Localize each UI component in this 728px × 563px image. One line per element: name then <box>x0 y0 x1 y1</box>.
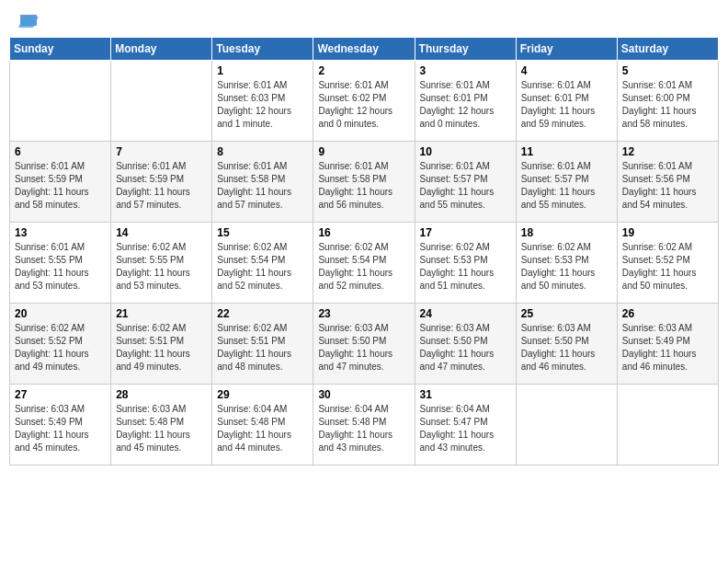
cell-info: Sunrise: 6:03 AMSunset: 5:48 PMDaylight:… <box>116 403 207 454</box>
cell-info: Sunrise: 6:01 AMSunset: 5:58 PMDaylight:… <box>217 160 308 212</box>
cell-date: 20 <box>15 307 106 320</box>
cell-date: 4 <box>521 64 612 77</box>
cell-info: Sunrise: 6:02 AMSunset: 5:52 PMDaylight:… <box>622 241 713 293</box>
cell-date: 18 <box>521 226 612 239</box>
calendar-cell: 27Sunrise: 6:03 AMSunset: 5:49 PMDayligh… <box>10 385 111 465</box>
cell-info: Sunrise: 6:03 AMSunset: 5:50 PMDaylight:… <box>318 322 409 373</box>
cell-info: Sunrise: 6:02 AMSunset: 5:53 PMDaylight:… <box>521 241 612 293</box>
cell-info: Sunrise: 6:01 AMSunset: 5:57 PMDaylight:… <box>521 160 612 212</box>
cell-date: 14 <box>116 226 207 239</box>
cell-date: 12 <box>622 145 713 158</box>
calendar-cell: 11Sunrise: 6:01 AMSunset: 5:57 PMDayligh… <box>516 142 617 223</box>
cell-info: Sunrise: 6:03 AMSunset: 5:50 PMDaylight:… <box>521 322 612 373</box>
calendar-cell: 5Sunrise: 6:01 AMSunset: 6:00 PMDaylight… <box>617 61 718 142</box>
calendar-cell: 3Sunrise: 6:01 AMSunset: 6:01 PMDaylight… <box>415 61 516 142</box>
cell-info: Sunrise: 6:01 AMSunset: 5:57 PMDaylight:… <box>420 160 511 212</box>
day-header-sunday: Sunday <box>10 38 111 61</box>
cell-date: 29 <box>217 388 308 401</box>
calendar-cell: 10Sunrise: 6:01 AMSunset: 5:57 PMDayligh… <box>415 142 516 223</box>
cell-info: Sunrise: 6:01 AMSunset: 6:00 PMDaylight:… <box>622 79 713 131</box>
cell-info: Sunrise: 6:02 AMSunset: 5:52 PMDaylight:… <box>15 322 106 373</box>
cell-date: 15 <box>217 226 308 239</box>
calendar-cell: 23Sunrise: 6:03 AMSunset: 5:50 PMDayligh… <box>313 304 415 385</box>
calendar-cell: 1Sunrise: 6:01 AMSunset: 6:03 PMDaylight… <box>212 61 313 142</box>
cell-info: Sunrise: 6:01 AMSunset: 5:55 PMDaylight:… <box>15 241 106 293</box>
day-header-friday: Friday <box>516 38 617 61</box>
cell-date: 24 <box>420 307 511 320</box>
calendar-week-1: 1Sunrise: 6:01 AMSunset: 6:03 PMDaylight… <box>10 61 719 142</box>
calendar-week-4: 20Sunrise: 6:02 AMSunset: 5:52 PMDayligh… <box>10 304 719 385</box>
calendar-cell: 29Sunrise: 6:04 AMSunset: 5:48 PMDayligh… <box>212 385 313 465</box>
cell-info: Sunrise: 6:03 AMSunset: 5:49 PMDaylight:… <box>15 403 106 454</box>
cell-info: Sunrise: 6:01 AMSunset: 6:01 PMDaylight:… <box>521 79 612 131</box>
cell-info: Sunrise: 6:03 AMSunset: 5:50 PMDaylight:… <box>420 322 511 373</box>
cell-info: Sunrise: 6:01 AMSunset: 5:58 PMDaylight:… <box>318 160 409 212</box>
calendar-cell: 31Sunrise: 6:04 AMSunset: 5:47 PMDayligh… <box>415 385 516 465</box>
cell-date: 11 <box>521 145 612 158</box>
calendar-cell <box>617 385 718 465</box>
calendar-cell: 24Sunrise: 6:03 AMSunset: 5:50 PMDayligh… <box>415 304 516 385</box>
cell-date: 6 <box>15 145 106 158</box>
cell-info: Sunrise: 6:01 AMSunset: 6:02 PMDaylight:… <box>318 79 409 131</box>
cell-date: 16 <box>318 226 409 239</box>
cell-date: 1 <box>217 64 308 77</box>
cell-date: 8 <box>217 145 308 158</box>
cell-date: 25 <box>521 307 612 320</box>
cell-info: Sunrise: 6:04 AMSunset: 5:47 PMDaylight:… <box>420 403 511 454</box>
cell-info: Sunrise: 6:02 AMSunset: 5:51 PMDaylight:… <box>217 322 308 373</box>
cell-date: 23 <box>318 307 409 320</box>
calendar-cell: 16Sunrise: 6:02 AMSunset: 5:54 PMDayligh… <box>313 223 415 304</box>
cell-date: 19 <box>622 226 713 239</box>
cell-info: Sunrise: 6:01 AMSunset: 5:59 PMDaylight:… <box>116 160 207 212</box>
cell-info: Sunrise: 6:02 AMSunset: 5:53 PMDaylight:… <box>420 241 511 293</box>
calendar-cell: 12Sunrise: 6:01 AMSunset: 5:56 PMDayligh… <box>617 142 718 223</box>
calendar-cell <box>111 61 212 142</box>
cell-date: 17 <box>420 226 511 239</box>
cell-info: Sunrise: 6:03 AMSunset: 5:49 PMDaylight:… <box>622 322 713 373</box>
cell-info: Sunrise: 6:04 AMSunset: 5:48 PMDaylight:… <box>318 403 409 454</box>
cell-info: Sunrise: 6:04 AMSunset: 5:48 PMDaylight:… <box>217 403 308 454</box>
calendar-week-3: 13Sunrise: 6:01 AMSunset: 5:55 PMDayligh… <box>10 223 719 304</box>
calendar-cell: 21Sunrise: 6:02 AMSunset: 5:51 PMDayligh… <box>111 304 212 385</box>
calendar-cell: 20Sunrise: 6:02 AMSunset: 5:52 PMDayligh… <box>10 304 111 385</box>
calendar-cell: 26Sunrise: 6:03 AMSunset: 5:49 PMDayligh… <box>617 304 718 385</box>
calendar-cell: 8Sunrise: 6:01 AMSunset: 5:58 PMDaylight… <box>212 142 313 223</box>
calendar-cell: 2Sunrise: 6:01 AMSunset: 6:02 PMDaylight… <box>313 61 415 142</box>
calendar-week-2: 6Sunrise: 6:01 AMSunset: 5:59 PMDaylight… <box>10 142 719 223</box>
calendar-cell <box>10 61 111 142</box>
calendar-cell: 13Sunrise: 6:01 AMSunset: 5:55 PMDayligh… <box>10 223 111 304</box>
cell-info: Sunrise: 6:01 AMSunset: 6:03 PMDaylight:… <box>217 79 308 131</box>
day-header-wednesday: Wednesday <box>313 38 415 61</box>
cell-info: Sunrise: 6:01 AMSunset: 5:56 PMDaylight:… <box>622 160 713 212</box>
cell-info: Sunrise: 6:02 AMSunset: 5:54 PMDaylight:… <box>217 241 308 293</box>
cell-date: 7 <box>116 145 207 158</box>
calendar-cell: 4Sunrise: 6:01 AMSunset: 6:01 PMDaylight… <box>516 61 617 142</box>
cell-date: 13 <box>15 226 106 239</box>
calendar-cell: 15Sunrise: 6:02 AMSunset: 5:54 PMDayligh… <box>212 223 313 304</box>
calendar-cell: 30Sunrise: 6:04 AMSunset: 5:48 PMDayligh… <box>313 385 415 465</box>
cell-date: 22 <box>217 307 308 320</box>
logo <box>9 9 39 31</box>
calendar-cell: 7Sunrise: 6:01 AMSunset: 5:59 PMDaylight… <box>111 142 212 223</box>
calendar-header: SundayMondayTuesdayWednesdayThursdayFrid… <box>10 38 719 61</box>
page-header <box>9 9 719 31</box>
cell-date: 5 <box>622 64 713 77</box>
day-header-tuesday: Tuesday <box>212 38 313 61</box>
logo-icon <box>11 13 39 31</box>
calendar-cell: 18Sunrise: 6:02 AMSunset: 5:53 PMDayligh… <box>516 223 617 304</box>
calendar-cell: 14Sunrise: 6:02 AMSunset: 5:55 PMDayligh… <box>111 223 212 304</box>
cell-info: Sunrise: 6:01 AMSunset: 6:01 PMDaylight:… <box>420 79 511 131</box>
cell-info: Sunrise: 6:02 AMSunset: 5:55 PMDaylight:… <box>116 241 207 293</box>
calendar-cell: 17Sunrise: 6:02 AMSunset: 5:53 PMDayligh… <box>415 223 516 304</box>
cell-date: 31 <box>420 388 511 401</box>
cell-info: Sunrise: 6:02 AMSunset: 5:51 PMDaylight:… <box>116 322 207 373</box>
cell-date: 2 <box>318 64 409 77</box>
cell-date: 9 <box>318 145 409 158</box>
cell-date: 26 <box>622 307 713 320</box>
cell-info: Sunrise: 6:02 AMSunset: 5:54 PMDaylight:… <box>318 241 409 293</box>
calendar-table: SundayMondayTuesdayWednesdayThursdayFrid… <box>9 37 719 465</box>
cell-date: 10 <box>420 145 511 158</box>
cell-date: 21 <box>116 307 207 320</box>
calendar-week-5: 27Sunrise: 6:03 AMSunset: 5:49 PMDayligh… <box>10 385 719 465</box>
cell-date: 3 <box>420 64 511 77</box>
